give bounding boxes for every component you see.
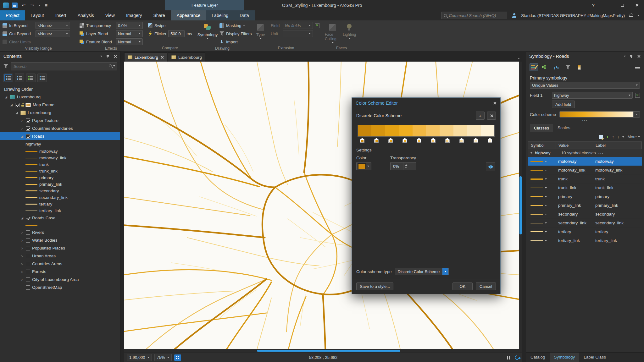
lighting-button[interactable]: Lighting <box>342 22 356 45</box>
color-stop[interactable] <box>459 138 464 143</box>
add-scheme-button[interactable] <box>476 112 485 120</box>
spin-up-icon[interactable] <box>405 164 408 166</box>
scale-based-symbology-button[interactable] <box>575 63 583 71</box>
display-filters-button[interactable]: Display Filters <box>219 30 252 37</box>
symbology-close-icon[interactable] <box>637 55 641 58</box>
symbol-dropdown-icon[interactable] <box>545 222 547 224</box>
expander-icon[interactable] <box>20 246 24 250</box>
tree-item[interactable]: Water Bodies <box>0 236 120 244</box>
expander-icon[interactable] <box>15 111 19 115</box>
help-button[interactable] <box>586 0 601 10</box>
color-stop[interactable] <box>431 138 436 143</box>
import-button[interactable]: Import <box>219 38 252 45</box>
tree-item[interactable]: Populated Places <box>0 244 120 252</box>
symbology-method-dropdown[interactable]: Unique Values <box>530 82 640 89</box>
bottom-tab-catalog[interactable]: Catalog <box>526 353 550 362</box>
scheme-type-dropdown[interactable]: Discrete Color Scheme <box>395 268 449 275</box>
color-stop[interactable] <box>417 138 421 143</box>
symbol-class-row[interactable]: secondary_linksecondary_link <box>528 219 642 228</box>
minimize-button[interactable] <box>601 0 615 10</box>
in-beyond-dropdown[interactable]: <None> <box>36 22 70 29</box>
swipe-button[interactable]: Swipe <box>148 22 192 29</box>
list-by-source-button[interactable] <box>15 74 24 82</box>
label-cell[interactable]: secondary_link <box>593 221 642 225</box>
symbol-class-item[interactable]: tertiary <box>0 201 120 207</box>
pane-options-icon[interactable] <box>635 66 640 69</box>
symbol-cell[interactable] <box>528 222 556 224</box>
horizontal-scroll-thumb[interactable] <box>257 350 400 352</box>
symbol-cell[interactable] <box>528 231 556 233</box>
label-cell[interactable]: secondary <box>593 212 642 217</box>
symbology-menu-caret-icon[interactable] <box>624 56 626 57</box>
map-tab-close-icon[interactable] <box>160 56 164 59</box>
color-ramp-preview[interactable] <box>358 125 495 137</box>
symbol-class-item[interactable]: motorway_link <box>0 155 120 161</box>
sort-options-icon[interactable] <box>622 136 624 138</box>
vary-symbology-button[interactable] <box>541 63 549 71</box>
tree-item[interactable]: Countries Boundaries <box>0 124 120 132</box>
symbol-class-row[interactable]: secondarysecondary <box>528 210 642 219</box>
ribbon-tab-view[interactable]: View <box>100 10 120 20</box>
stop-color-dropdown[interactable] <box>356 162 371 170</box>
tree-item[interactable]: Rivers <box>0 228 120 236</box>
color-stop[interactable] <box>474 138 478 143</box>
tree-item[interactable]: Map Frame <box>0 101 120 109</box>
masking-button[interactable]: Masking <box>219 22 252 29</box>
symbol-class-item[interactable]: primary_link <box>0 181 120 188</box>
map-scale-dropdown[interactable]: 1:90,000 <box>127 354 152 361</box>
symbol-class-row[interactable]: primary_linkprimary_link <box>528 201 642 210</box>
reverse-ramp-button[interactable] <box>486 162 495 171</box>
expander-icon[interactable] <box>20 254 24 258</box>
signed-in-user[interactable]: Staridas (STARIDAS GEOGRAPHY #MakingMaps… <box>521 13 625 18</box>
pause-drawing-icon[interactable] <box>507 356 510 359</box>
symbol-class-row[interactable]: primaryprimary <box>528 192 642 201</box>
ribbon-tab-insert[interactable]: Insert <box>50 10 72 20</box>
tree-item[interactable]: Luxembourg <box>0 93 120 101</box>
clear-limits-button[interactable]: Clear Limits <box>3 38 70 45</box>
symbol-layer-drawing-button[interactable] <box>552 63 561 71</box>
contents-pin-icon[interactable] <box>106 54 110 58</box>
extrusion-type-button[interactable]: Type <box>253 22 269 45</box>
vertical-scroll-thumb[interactable] <box>519 176 522 234</box>
tree-item[interactable]: Forests <box>0 268 120 276</box>
color-stop[interactable] <box>360 138 364 143</box>
ribbon-collapse-icon[interactable] <box>638 15 640 16</box>
map-tab[interactable]: Luxembourg <box>124 52 167 62</box>
ribbon-tab-share[interactable]: Share <box>147 10 170 20</box>
contents-close-icon[interactable] <box>114 55 117 58</box>
symbology-button[interactable]: Symbology <box>197 22 218 45</box>
cancel-button[interactable]: Cancel <box>476 282 496 290</box>
layer-visibility-checkbox[interactable] <box>26 254 30 258</box>
symbol-cell[interactable] <box>528 161 556 162</box>
layer-visibility-checkbox[interactable] <box>26 285 30 290</box>
zoom-level-dropdown[interactable]: 75% <box>154 354 172 361</box>
redo-icon[interactable]: ↷ <box>30 3 35 8</box>
transparency-input[interactable]: 0.0% <box>116 22 143 29</box>
symbol-class-row[interactable]: tertiary_linktertiary_link <box>528 236 642 245</box>
scheme-type-caret[interactable] <box>442 268 448 275</box>
symbol-class-item[interactable]: secondary_link <box>0 194 120 201</box>
label-cell[interactable]: trunk <box>593 177 642 181</box>
bottom-tab-symbology[interactable]: Symbology <box>550 353 580 362</box>
layer-visibility-checkbox[interactable] <box>26 238 30 243</box>
tree-item[interactable]: Urban Areas <box>0 252 120 260</box>
ribbon-tab-imagery[interactable]: Imagery <box>120 10 148 20</box>
symbol-cell[interactable] <box>528 240 556 241</box>
maximize-button[interactable] <box>615 0 630 10</box>
label-cell[interactable]: tertiary <box>593 229 642 234</box>
label-cell[interactable]: motorway_link <box>593 168 642 173</box>
ribbon-tab-layout[interactable]: Layout <box>25 10 50 20</box>
add-value-button[interactable]: + <box>606 134 609 140</box>
expander-icon[interactable] <box>20 278 24 282</box>
tree-item[interactable]: Roads Case <box>0 214 120 222</box>
symbol-class-item[interactable]: primary <box>0 174 120 181</box>
tree-item[interactable]: Paper Texture <box>0 117 120 124</box>
label-cell[interactable]: motorway <box>593 159 642 164</box>
symbol-class-item[interactable]: secondary <box>0 188 120 194</box>
close-button[interactable] <box>630 0 644 10</box>
symbol-class-row[interactable]: tertiarytertiary <box>528 228 642 236</box>
add-class-button[interactable] <box>599 135 603 139</box>
dialog-close-icon[interactable] <box>493 101 497 105</box>
field1-dropdown[interactable]: highway <box>552 92 633 99</box>
move-down-button[interactable] <box>617 134 619 139</box>
